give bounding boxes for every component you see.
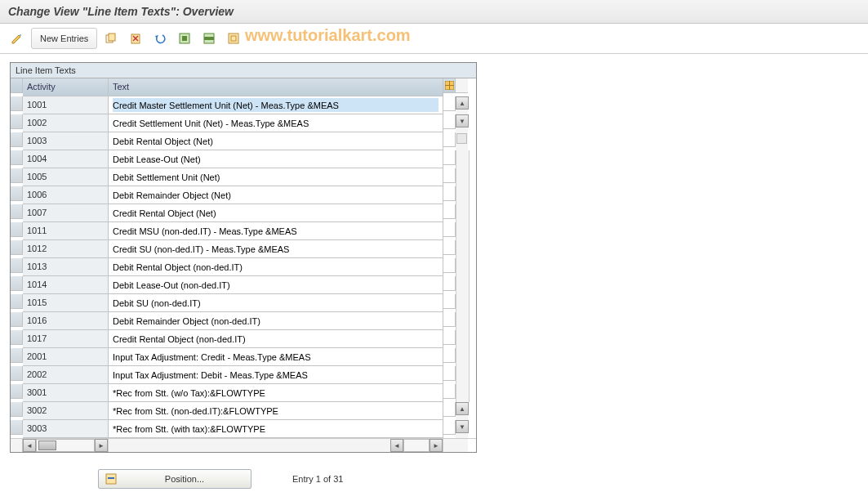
text-input[interactable] [113, 152, 438, 166]
hscroll-right-button[interactable]: ► [95, 439, 108, 452]
table-row: 2001 [11, 348, 476, 366]
vscroll-track[interactable] [456, 150, 470, 168]
row-selector-header[interactable] [11, 78, 23, 93]
text-input[interactable] [113, 170, 438, 184]
select-all-button[interactable] [174, 29, 195, 47]
text-input[interactable] [113, 386, 438, 400]
row-selector[interactable] [11, 114, 23, 129]
hscroll-track-2[interactable] [403, 439, 430, 452]
position-button[interactable]: Position... [98, 469, 251, 489]
text-input[interactable] [113, 224, 438, 238]
cell-text[interactable] [109, 96, 443, 114]
vscroll-thumb[interactable] [456, 133, 467, 144]
cell-text[interactable] [109, 222, 443, 240]
vscroll-track[interactable] [456, 240, 470, 258]
cell-text[interactable] [109, 312, 443, 330]
row-selector[interactable] [11, 186, 23, 201]
text-input[interactable] [113, 368, 438, 382]
row-selector[interactable] [11, 258, 23, 273]
cell-text[interactable] [109, 114, 443, 132]
text-input[interactable] [113, 206, 438, 220]
vscroll-up-step-button[interactable]: ▲ [456, 402, 469, 415]
undo-change-button[interactable] [149, 29, 171, 47]
cell-text[interactable] [109, 150, 443, 168]
deselect-all-button[interactable] [223, 29, 244, 47]
hscroll-track[interactable] [36, 439, 95, 452]
content-area: Line Item Texts Activity Text 1001▲1002▼… [0, 54, 868, 461]
cell-text[interactable] [109, 402, 443, 420]
text-input[interactable] [113, 422, 438, 436]
row-selector[interactable] [11, 330, 23, 345]
cell-text[interactable] [109, 186, 443, 204]
row-selector[interactable] [11, 204, 23, 219]
vscroll-down-button[interactable]: ▼ [456, 420, 469, 433]
row-selector[interactable] [11, 366, 23, 381]
vscroll-track[interactable] [456, 330, 470, 348]
column-header-activity[interactable]: Activity [23, 78, 109, 96]
row-selector[interactable] [11, 348, 23, 363]
row-selector[interactable] [11, 222, 23, 237]
row-selector[interactable] [11, 168, 23, 183]
row-selector[interactable] [11, 132, 23, 147]
text-input[interactable] [113, 134, 438, 148]
cell-text[interactable] [109, 366, 443, 384]
delete-button[interactable] [125, 29, 146, 47]
cell-text[interactable] [109, 168, 443, 186]
text-input[interactable] [113, 296, 438, 310]
vscroll-up-button[interactable]: ▲ [456, 96, 469, 110]
vscroll-track[interactable] [456, 312, 470, 330]
row-selector[interactable] [11, 240, 23, 255]
row-selector[interactable] [11, 96, 23, 111]
cell-text[interactable] [109, 240, 443, 258]
configure-columns-button[interactable] [443, 78, 456, 93]
vscroll-track[interactable] [456, 294, 470, 312]
cell-text[interactable] [109, 204, 443, 222]
hscroll-left-button[interactable]: ◄ [23, 439, 36, 452]
cell-text[interactable] [109, 276, 443, 294]
text-input[interactable] [113, 116, 438, 130]
vscroll-track[interactable] [456, 204, 470, 222]
new-entries-button[interactable]: New Entries [31, 28, 97, 49]
vscroll-track[interactable] [456, 384, 470, 402]
row-selector[interactable] [11, 384, 23, 399]
vscroll-down-step-button[interactable]: ▼ [456, 114, 469, 127]
hscroll-left-button-2[interactable]: ◄ [390, 439, 403, 452]
vscroll-track[interactable] [456, 258, 470, 276]
hscroll-right-button-2[interactable]: ► [430, 439, 443, 452]
text-input[interactable] [113, 278, 438, 292]
row-selector[interactable] [11, 312, 23, 327]
copy-as-button[interactable] [100, 29, 122, 47]
text-input[interactable] [113, 188, 438, 202]
column-header-text[interactable]: Text [109, 78, 443, 96]
cell-text[interactable] [109, 384, 443, 402]
row-selector[interactable] [11, 402, 23, 417]
vscroll-track[interactable] [456, 222, 470, 240]
cell-text[interactable] [109, 132, 443, 150]
vscroll-track[interactable] [456, 366, 470, 384]
cell-text[interactable] [109, 294, 443, 312]
row-selector[interactable] [11, 276, 23, 291]
hscroll-thumb[interactable] [38, 441, 56, 450]
text-input[interactable] [113, 350, 438, 364]
text-input[interactable] [113, 314, 438, 328]
row-selector[interactable] [11, 294, 23, 309]
vscroll-track[interactable] [456, 168, 470, 186]
cell-text[interactable] [109, 258, 443, 276]
table-row: 1012 [11, 240, 476, 258]
cell-text[interactable] [109, 348, 443, 366]
vscroll-track[interactable] [456, 276, 470, 294]
cell-text[interactable] [109, 330, 443, 348]
select-block-button[interactable] [198, 29, 220, 47]
other-view-button[interactable] [7, 29, 28, 47]
text-input[interactable] [113, 404, 438, 418]
vscroll-track[interactable] [456, 348, 470, 366]
text-input[interactable] [113, 332, 438, 346]
row-selector[interactable] [11, 420, 23, 435]
cell-activity: 1013 [23, 258, 109, 276]
text-input[interactable] [113, 260, 438, 274]
text-input[interactable] [113, 98, 438, 112]
vscroll-track[interactable] [456, 186, 470, 204]
cell-text[interactable] [109, 420, 443, 438]
text-input[interactable] [113, 242, 438, 256]
row-selector[interactable] [11, 150, 23, 165]
